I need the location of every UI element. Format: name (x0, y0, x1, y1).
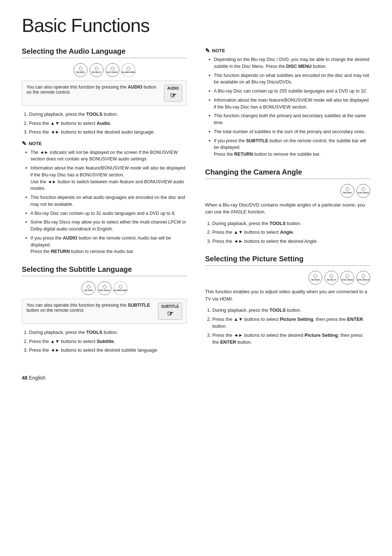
page-title: Basic Functions (22, 15, 370, 36)
picture-step-2: Press the ▲▼ buttons to select Picture S… (212, 316, 370, 330)
audio-note-3: This function depends on what audio lang… (25, 194, 187, 208)
sub-note-1: Depending on the Blu-ray Disc / DVD, you… (209, 56, 370, 70)
badge-bd-rom: BD-ROM (74, 63, 87, 77)
camera-disc-badges: BD-ROM DVD-VIDEO (205, 184, 370, 198)
note-icon: ✎ (22, 140, 26, 147)
picture-heading: Selecting the Picture Setting (205, 255, 370, 266)
audio-note-2: Information about the main feature/BONUS… (25, 165, 187, 192)
subtitle-notes-section: ✎ NOTE Depending on the Blu-ray Disc / D… (205, 47, 370, 158)
subtitle-step-2: Press the ▲▼ buttons to select Subtitle. (29, 338, 187, 345)
audio-disc-badges: BD-ROM BD-RE/-R DVD-VIDEO DivX/MKV/MP4 (22, 63, 187, 77)
subtitle-info-text: You can also operate this function by pr… (26, 303, 154, 313)
picture-step-1: During playback, press the TOOLS button. (212, 307, 370, 314)
audio-note-4: A Blu-ray Disc can contain up to 32 audi… (25, 210, 187, 217)
camera-steps: During playback, press the TOOLS button.… (205, 220, 370, 245)
pic-badge-dvd-video: DVD-VIDEO (340, 271, 354, 285)
audio-language-section: Selecting the Audio Language BD-ROM BD-R… (22, 47, 187, 255)
audio-remote-label: AUDIO (167, 86, 179, 90)
cam-badge-dvd-video: DVD-VIDEO (356, 184, 370, 198)
camera-intro: When a Blu-ray Disc/DVD contains multipl… (205, 201, 370, 216)
audio-note-1: The ◄► indicator will not be displayed o… (25, 149, 187, 163)
subtitle-remote-button: SUBTITLE ☞ (158, 303, 182, 320)
badge-dvd-video: DVD-VIDEO (106, 63, 119, 77)
pic-badge-bd-rom: BD-ROM (309, 271, 322, 285)
hand-icon: ☞ (170, 91, 176, 100)
camera-step-3: Press the ◄► buttons to select the desir… (212, 238, 370, 245)
subtitle-step-1: During playback, press the TOOLS button. (29, 329, 187, 336)
subtitle-heading: Selecting the Subtitle Language (22, 265, 187, 276)
pic-badge-bd-re-r: BD-RE/-R (324, 271, 338, 285)
audio-step-2: Press the ▲▼ buttons to select Audio. (29, 120, 187, 127)
sub-note-7: If you press the SUBTITLE button on the … (209, 138, 370, 158)
audio-note-5: Some Blu-ray Discs may allow you to sele… (25, 219, 187, 233)
audio-heading: Selecting the Audio Language (22, 47, 187, 58)
subtitle-remote-label: SUBTITLE (161, 304, 179, 308)
sub-note-6: The total number of subtitles is the sum… (209, 128, 370, 135)
audio-steps: During playback, press the TOOLS button.… (22, 111, 187, 136)
audio-info-box: You can also operate this function by pr… (22, 81, 187, 106)
subtitle-note-list: Depending on the Blu-ray Disc / DVD, you… (205, 56, 370, 158)
audio-step-1: During playback, press the TOOLS button. (29, 111, 187, 118)
camera-heading: Changing the Camera Angle (205, 168, 370, 179)
sub-badge-bd-rom: BD-ROM (82, 281, 95, 295)
cam-badge-bd-rom: BD-ROM (340, 184, 354, 198)
subtitle-step-3: Press the ◄► buttons to select the desir… (29, 347, 187, 354)
sub-note-2: This function depends on what subtitles … (209, 72, 370, 86)
subtitle-steps: During playback, press the TOOLS button.… (22, 329, 187, 354)
page-number: 48 (22, 375, 28, 381)
audio-notes: ✎ NOTE The ◄► indicator will not be disp… (22, 140, 187, 255)
pic-badge-dvd-rw: DVD+RW/+R (356, 271, 370, 285)
audio-remote-button: AUDIO ☞ (164, 85, 182, 102)
footer-lang: English (29, 375, 45, 381)
picture-step-3: Press the ◄► buttons to select the desir… (212, 332, 370, 346)
audio-note-title: ✎ NOTE (22, 140, 187, 147)
badge-divx: DivX/MKV/MP4 (122, 63, 135, 77)
subtitle-hand-icon: ☞ (167, 309, 173, 318)
sub-note-4: Information about the main feature/BONUS… (209, 97, 370, 111)
sub-note-3: A Blu-ray Disc can contain up to 255 sub… (209, 88, 370, 95)
subtitle-info-box: You can also operate this function by pr… (22, 299, 187, 324)
subtitle-note-title: ✎ NOTE (205, 47, 370, 54)
audio-note-list: The ◄► indicator will not be displayed o… (22, 149, 187, 255)
audio-step-3: Press the ◄► buttons to select the desir… (29, 128, 187, 136)
subtitle-disc-badges: BD-ROM DVD-VIDEO DivX/MKV/MP4 (22, 281, 187, 295)
subtitle-note-icon: ✎ (205, 47, 210, 54)
picture-intro: This function enables you to adjust vide… (205, 288, 370, 302)
picture-setting-section: Selecting the Picture Setting BD-ROM BD-… (205, 255, 370, 346)
picture-disc-badges: BD-ROM BD-RE/-R DVD-VIDEO DVD+RW/+R (205, 271, 370, 285)
subtitle-language-section: Selecting the Subtitle Language BD-ROM D… (22, 265, 187, 354)
sub-note-5: This function changes both the primary a… (209, 113, 370, 126)
picture-steps: During playback, press the TOOLS button.… (205, 307, 370, 346)
camera-angle-section: Changing the Camera Angle BD-ROM DVD-VID… (205, 168, 370, 245)
sub-badge-dvd-video: DVD-VIDEO (98, 281, 111, 295)
badge-bd-re-r: BD-RE/-R (90, 63, 103, 77)
sub-badge-divx: DivX/MKV/MP4 (114, 281, 127, 295)
audio-note-6: If you press the AUDIO button on the rem… (25, 235, 187, 255)
camera-step-2: Press the ▲▼ buttons to select Angle. (212, 229, 370, 236)
audio-info-text: You can also operate this function by pr… (26, 85, 160, 95)
camera-step-1: During playback, press the TOOLS button. (212, 220, 370, 227)
page-footer: 48 English (22, 375, 370, 381)
